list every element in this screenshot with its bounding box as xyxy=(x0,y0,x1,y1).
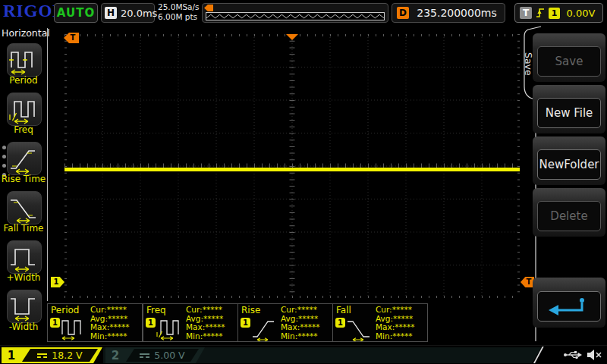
panel-title: Rise xyxy=(241,305,260,315)
measure-item-freq[interactable] xyxy=(7,93,42,126)
delay-value: 235.200000ms xyxy=(414,7,500,19)
memory-depth: 6.00M pts xyxy=(158,12,200,22)
left-menu-separator xyxy=(47,28,48,301)
pos-width-icon xyxy=(8,241,41,273)
source-badge: 1 xyxy=(146,318,156,328)
menu-scroll-dot xyxy=(2,164,6,168)
horizontal-badge: H xyxy=(105,7,117,19)
delay-badge: D xyxy=(397,7,409,19)
sine-thumbnail-icon xyxy=(206,13,384,20)
overview-waveform-thumbnail xyxy=(206,12,385,20)
measure-item-rise-time[interactable] xyxy=(7,142,42,175)
waveform-overview[interactable] xyxy=(202,3,388,23)
status-bar: 1 18.2 V 2 5.00 V xyxy=(0,345,607,364)
source-badge: 1 xyxy=(335,318,345,328)
overview-position-marker-icon xyxy=(204,5,213,11)
measurement-panel-freq: Freq 1 Cur:***** Avg:***** Max:***** Min… xyxy=(143,303,238,342)
measure-item-period[interactable] xyxy=(7,43,42,77)
measurement-panel-fall: Fall 1 Cur:***** Avg:***** Max:***** Min… xyxy=(332,303,428,342)
channel1-scale: 18.2 V xyxy=(52,350,82,361)
channel2-scale: 5.00 V xyxy=(154,350,184,361)
channel1-trace xyxy=(64,168,520,171)
freq-icon xyxy=(156,315,186,341)
run-status-indicator[interactable]: AUTO xyxy=(54,3,98,23)
measurement-panel-period: Period 1 Cur:***** Avg:***** Max:***** M… xyxy=(47,303,143,342)
trigger-info-box[interactable]: T 1 0.00V xyxy=(514,3,603,23)
measure-item-fall-time[interactable] xyxy=(7,191,42,224)
panel-title: Fall xyxy=(336,305,351,315)
rising-edge-icon xyxy=(536,7,545,19)
measure-item-fall-time-label: Fall Time xyxy=(0,223,47,234)
new-file-button[interactable]: New File xyxy=(537,98,601,128)
panel-stats: Cur:***** Avg:***** Max:***** Min:***** xyxy=(281,306,320,340)
panel-title: Freq xyxy=(146,305,166,315)
measure-menu-title: Horizontal xyxy=(2,27,47,39)
delete-button[interactable]: Delete xyxy=(537,201,601,231)
menu-scroll-dot xyxy=(2,146,6,149)
horizontal-scale-value: 20.0ms xyxy=(121,8,157,19)
horizontal-scale-box[interactable]: H 20.0ms xyxy=(101,3,155,23)
fall-time-icon xyxy=(345,315,376,341)
trigger-badge: T xyxy=(520,7,532,19)
channel2-number: 2 xyxy=(105,349,125,362)
measurement-panel-rise: Rise 1 Cur:***** Avg:***** Max:***** Min… xyxy=(237,303,333,342)
channel2-status[interactable]: 2 5.00 V xyxy=(105,347,205,363)
measure-item-freq-label: Freq xyxy=(0,124,47,135)
menu-scroll-dot xyxy=(2,155,6,158)
horizontal-delay-box[interactable]: D 235.200000ms xyxy=(392,3,505,23)
return-arrow-icon xyxy=(544,295,594,318)
acquisition-info: 25.0MSa/s 6.00M pts xyxy=(158,2,200,22)
measure-item-period-label: Period xyxy=(0,75,47,86)
measure-item-neg-width[interactable] xyxy=(7,290,42,323)
new-folder-button[interactable]: NewFolder xyxy=(537,149,601,180)
dc-coupling-icon xyxy=(140,353,149,358)
softkey-delete-well: Delete xyxy=(533,188,605,237)
save-button[interactable]: Save xyxy=(537,46,601,77)
panel-stats: Cur:***** Avg:***** Max:***** Min:***** xyxy=(90,306,130,340)
source-badge: 1 xyxy=(241,318,250,328)
back-button[interactable] xyxy=(537,291,601,322)
channel1-ground-marker[interactable]: 1 xyxy=(51,277,64,287)
source-badge: 1 xyxy=(50,318,60,328)
graticule-grid xyxy=(64,34,520,298)
trigger-source-badge: 1 xyxy=(549,8,560,19)
measure-item-pos-width[interactable] xyxy=(7,240,42,274)
speaker-muted-icon xyxy=(586,349,602,361)
freq-icon xyxy=(8,93,41,125)
measure-item-pos-width-label: +Width xyxy=(0,272,47,283)
measure-item-neg-width-label: -Width xyxy=(0,322,47,332)
trigger-level-value: 0.00V xyxy=(564,8,598,19)
oscilloscope-screen: RIGOL AUTO H 20.0ms 25.0MSa/s 6.00M pts … xyxy=(0,0,607,364)
neg-width-icon xyxy=(8,290,41,322)
channel1-status[interactable]: 1 18.2 V xyxy=(2,347,102,363)
dc-coupling-icon xyxy=(37,353,47,358)
channel1-number: 1 xyxy=(2,349,21,362)
period-icon xyxy=(8,44,41,76)
softkey-save-well: Save xyxy=(533,33,605,82)
waveform-display-area[interactable] xyxy=(64,34,520,298)
fall-time-icon xyxy=(8,192,41,224)
softkey-back-well xyxy=(533,278,605,328)
panel-title: Period xyxy=(51,305,79,315)
softkey-newfolder-well: NewFolder xyxy=(533,136,605,185)
rise-time-icon xyxy=(8,143,41,174)
period-icon xyxy=(60,315,90,341)
usb-icon xyxy=(563,350,583,360)
panel-stats: Cur:***** Avg:***** Max:***** Min:***** xyxy=(376,306,415,340)
panel-stats: Cur:***** Avg:***** Max:***** Min:***** xyxy=(186,306,225,340)
sample-rate: 25.0MSa/s xyxy=(158,2,200,12)
measure-item-rise-time-label: Rise Time xyxy=(0,174,47,184)
softkey-newfile-well: New File xyxy=(533,85,605,133)
rise-time-icon xyxy=(250,315,281,341)
